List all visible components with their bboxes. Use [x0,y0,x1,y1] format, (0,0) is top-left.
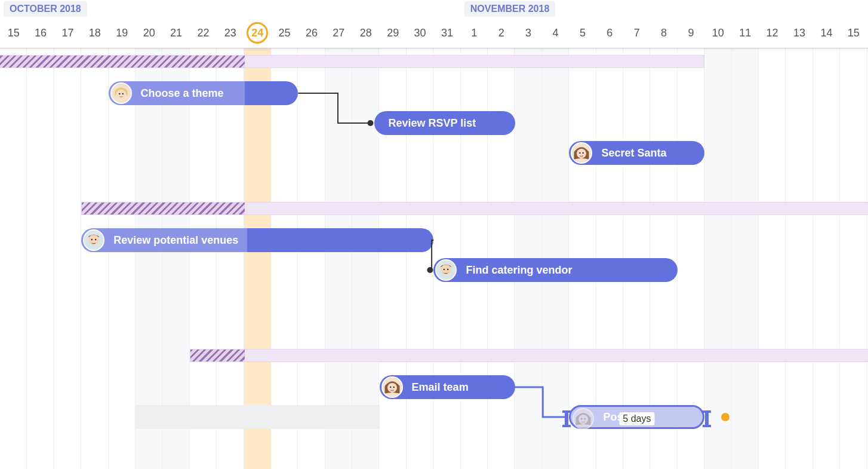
grid-column [840,48,867,469]
assignee-avatar[interactable] [83,229,104,251]
task-bar-review-rsvp[interactable]: Review RSVP list [374,111,515,135]
day-header[interactable]: 15 [0,27,27,39]
grid-column [759,48,786,469]
grid-column [704,48,731,469]
parent-progress [82,203,244,214]
day-header[interactable]: 23 [217,27,244,39]
day-header[interactable]: 5 [569,27,596,39]
task-bar-secret-santa[interactable]: Secret Santa [569,141,704,165]
assignee-avatar[interactable] [381,376,403,398]
day-header[interactable]: 13 [786,27,812,39]
svg-point-17 [387,383,397,393]
day-header[interactable]: 12 [759,27,786,39]
svg-point-21 [578,415,588,424]
parent-progress [0,56,245,68]
day-header[interactable]: 9 [678,27,704,39]
month-label: OCTOBER 2018 [4,1,87,17]
day-header[interactable]: 4 [542,27,569,39]
assignee-avatar[interactable] [571,142,592,164]
resize-handle-left[interactable] [565,412,568,426]
svg-point-22 [581,418,582,419]
parent-summary-bar[interactable] [190,349,868,362]
duration-tooltip: 5 days [619,412,654,425]
day-header[interactable]: 10 [704,27,731,39]
day-header[interactable]: 20 [136,27,162,39]
svg-point-15 [447,269,448,270]
day-header[interactable]: 8 [650,27,677,39]
day-header[interactable]: 24 [244,22,271,44]
day-header[interactable]: 26 [298,27,325,39]
month-label: NOVEMBER 2018 [464,1,556,17]
svg-point-14 [444,269,445,270]
svg-point-3 [122,93,123,94]
day-header[interactable]: 11 [732,27,759,39]
day-header[interactable]: 30 [407,27,433,39]
svg-point-10 [91,239,93,240]
task-bar-email-team[interactable]: Email team [380,375,515,399]
parent-progress [190,350,245,361]
task-label: Choose a theme [141,87,224,100]
grid-column [81,48,108,469]
day-header[interactable]: 15 [840,27,867,39]
day-header[interactable]: 19 [109,27,136,39]
day-header[interactable]: 21 [162,27,189,39]
parent-summary-bar[interactable] [81,202,868,215]
task-bar-find-catering[interactable]: Find catering vendor [433,258,678,282]
day-header[interactable]: 29 [379,27,406,39]
svg-point-19 [393,387,394,388]
day-header[interactable]: 22 [190,27,217,39]
task-label: Find catering vendor [466,264,572,277]
assignee-avatar[interactable] [435,259,457,281]
day-header[interactable]: 7 [623,27,650,39]
svg-point-6 [579,152,580,154]
day-header[interactable]: 28 [352,27,379,39]
svg-point-23 [584,418,586,419]
grid-column [732,48,759,469]
svg-point-18 [390,387,391,388]
day-header[interactable]: 18 [81,27,108,39]
day-header[interactable]: 16 [27,27,54,39]
grid-column [54,48,81,469]
day-header[interactable]: 31 [433,27,460,39]
svg-point-2 [119,93,120,94]
task-bar-choose-theme[interactable]: Choose a theme [109,81,298,105]
dependency-connector-dot[interactable] [721,413,730,421]
day-header[interactable]: 2 [488,27,515,39]
task-label: Secret Santa [601,147,666,160]
assignee-avatar [572,408,594,430]
parent-summary-bar[interactable] [0,55,704,68]
day-header[interactable]: 1 [461,27,488,39]
grid-column [27,48,54,469]
assignee-avatar[interactable] [110,82,132,104]
task-bar-review-venues[interactable]: Review potential venues [81,228,433,252]
day-header[interactable]: 25 [271,27,298,39]
resize-handle-right[interactable] [705,412,709,426]
grid-column [109,48,136,469]
svg-point-5 [577,149,586,158]
task-label: Review RSVP list [389,117,476,130]
task-label: Review potential venues [113,234,238,247]
day-header[interactable]: 3 [515,27,541,39]
task-bar-dragging[interactable]: Post…5 days [569,405,704,429]
svg-point-7 [583,152,584,154]
grid-column [0,48,27,469]
grid-column [813,48,840,469]
svg-point-11 [95,239,96,240]
day-header[interactable]: 27 [325,27,352,39]
day-header[interactable]: 6 [596,27,623,39]
svg-point-1 [116,90,126,99]
day-header[interactable]: 14 [813,27,840,39]
grid-column [786,48,812,469]
task-label: Email team [412,381,469,394]
day-header[interactable]: 17 [54,27,81,39]
task-shadow [136,405,380,429]
